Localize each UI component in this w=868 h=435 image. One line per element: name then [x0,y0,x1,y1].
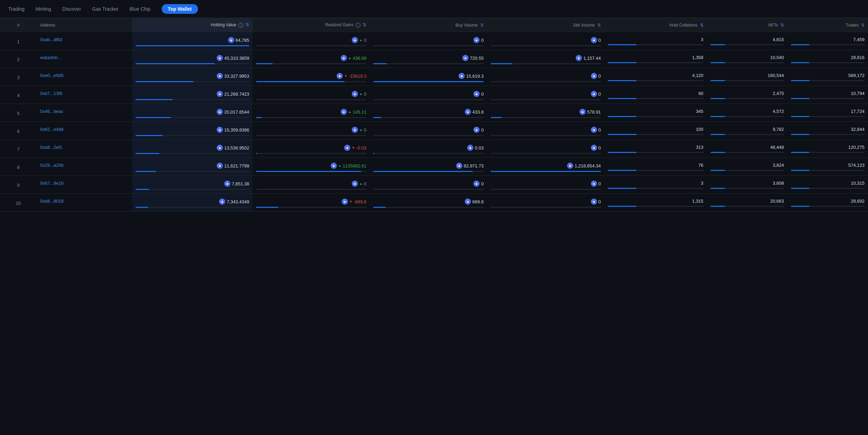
nfts-number: 4,815 [710,37,784,42]
cell-hold-collections: 4,120 [604,68,707,86]
eth-icon: ◆ [217,55,223,61]
trades-bar [791,44,865,45]
col-sell-volume[interactable]: Sell Volume ⇅ [487,18,604,32]
cell-hold-collections: 100 [604,122,707,140]
cell-sell-volume: ◆ 0 [487,176,604,194]
trades-bar-fill [791,152,809,153]
gain-up-arrow: ▲ [348,110,351,114]
eth-icon: ◆ [591,199,597,205]
sell-volume-number: 578.91 [587,109,601,115]
cell-trades: 17,724 [787,104,868,122]
cell-trades: 589,172 [787,68,868,86]
holding-value-info-icon[interactable]: i [238,23,243,28]
table-row: 10xab...df83 ◆ 64,785 ◆ ▲ 0 ◆ 0 ◆ 0 [0,32,868,50]
cell-sell-volume: ◆ 0 [487,140,604,158]
cell-sell-volume: ◆ 0 [487,194,604,212]
cell-hold-collections: 76 [604,158,707,176]
col-nfts[interactable]: NFTs ⇅ [707,18,787,32]
trades-sort-icon: ⇅ [861,23,865,28]
holding-value-number: 33,327.9953 [224,74,249,79]
col-address: Address [37,18,132,32]
address-link[interactable]: 0x29...a20b [40,163,64,168]
realized-gains-display: ◆ ▲ 0 [256,37,366,43]
realized-gains-display: ◆ ▲ 0 [256,127,366,133]
sell-volume-number: 1,218,854.34 [575,163,601,168]
address-link[interactable]: 0xe0...e9d5 [40,73,64,78]
eth-icon: ◆ [473,37,480,43]
buy-volume-number: 433.8 [472,109,484,115]
realized-gains-number: -15619.3 [349,74,366,79]
nav-item-discover[interactable]: Discover [62,5,81,13]
buy-volume-display: ◆ 433.8 [373,109,483,115]
eth-icon: ◆ [224,181,230,187]
buy-volume-bar-fill [373,117,381,118]
eth-icon: ◆ [591,73,597,79]
nfts-bar-fill [710,80,725,81]
trades-number: 120,275 [791,145,865,150]
nav-item-blue-chip[interactable]: Blue Chip [130,5,151,13]
cell-rank: 5 [0,104,37,122]
buy-volume-bar [373,153,483,154]
nfts-bar [710,152,784,153]
realized-gains-bar [256,45,366,46]
cell-rank: 10 [0,194,37,212]
cell-rank: 7 [0,140,37,158]
sell-volume-bar [491,99,601,100]
holding-value-bar [135,81,249,82]
trades-number: 32,844 [791,127,865,132]
buy-volume-bar [373,135,483,136]
address-link[interactable]: 0x46...deac [40,109,63,114]
trades-number: 7,459 [791,37,865,42]
nav-item-trading[interactable]: Trading [8,5,25,13]
cell-buy-volume: ◆ 0 [370,32,487,50]
sell-volume-display: ◆ 0 [491,199,601,205]
cell-rank: 8 [0,158,37,176]
nav-item-minting[interactable]: Minting [36,5,51,13]
cell-address: watashin... [37,50,132,68]
holding-value-bar [135,117,249,118]
cell-rank: 1 [0,32,37,50]
address-link[interactable]: 0x62...e4d8 [40,127,64,132]
eth-icon: ◆ [337,73,343,79]
holding-value-bar [135,171,249,172]
trades-number: 28,816 [791,55,865,60]
eth-icon: ◆ [228,37,234,43]
sell-volume-sort-icon: ⇅ [597,23,601,28]
realized-gains-display: ◆ ▲ 145.11 [256,109,366,115]
holding-value-bar-fill [135,117,171,118]
realized-gains-bar [256,207,366,208]
realized-gains-display: ◆ ▲ 0 [256,181,366,187]
gain-up-arrow: ▲ [348,56,351,60]
table-header-row: # Address Holding Value i ⇅ Realized Gai… [0,18,868,32]
nav-item-top-wallet[interactable]: Top Wallet [162,4,198,14]
col-realized-gains[interactable]: Realized Gains i ⇅ [253,18,370,32]
realized-gains-bar [256,153,366,154]
col-holding-value[interactable]: Holding Value i ⇅ [132,18,253,32]
trades-number: 574,123 [791,163,865,168]
col-hold-collections[interactable]: Hold Colletions ⇅ [604,18,707,32]
gain-up-arrow: ▲ [359,38,362,42]
holding-value-number: 20,017.6544 [224,109,249,115]
eth-icon: ◆ [331,163,337,169]
trades-bar-fill [791,134,809,135]
address-link[interactable]: watashin... [40,55,62,60]
holding-value-bar-fill [135,189,149,190]
address-link[interactable]: 0x67...9e16 [40,181,64,186]
col-trades[interactable]: Trades ⇅ [787,18,868,32]
trades-bar-fill [791,98,809,99]
nfts-bar-fill [710,98,725,99]
address-link[interactable]: 0xb7...13f6 [40,91,62,96]
cell-trades: 10,794 [787,86,868,104]
address-link[interactable]: 0xab...df83 [40,37,62,42]
col-buy-volume[interactable]: Buy Volume ⇅ [370,18,487,32]
nfts-bar-fill [710,62,725,63]
address-link[interactable]: 0xb8...8018 [40,199,64,204]
cell-realized-gains: ◆ ▲ 0 [253,122,370,140]
holding-value-bar-fill [135,135,163,136]
address-link[interactable]: 0xa8...2ef1 [40,145,62,150]
realized-gains-info-icon[interactable]: i [356,23,360,28]
trades-bar-fill [791,206,809,207]
nav-item-gas-tracker[interactable]: Gas Tracker [92,5,119,13]
hold-collections-number: 313 [608,145,704,150]
holding-value-bar-fill [135,81,194,82]
